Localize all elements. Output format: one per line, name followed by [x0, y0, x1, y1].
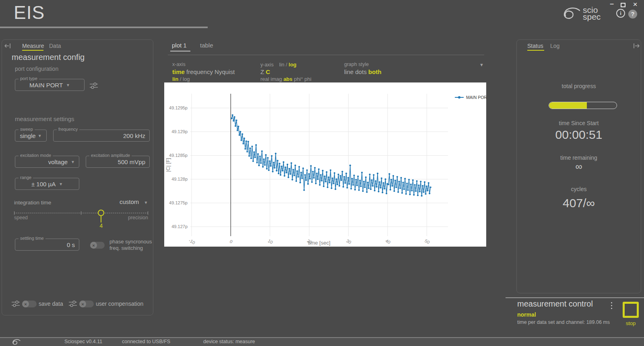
integration-mode-select[interactable]: custom ▼ — [120, 198, 148, 205]
range-select[interactable]: range ± 100 µA ▼ — [15, 178, 79, 190]
close-button[interactable]: × — [629, 0, 641, 10]
collapse-right-icon[interactable] — [633, 43, 640, 49]
excitation-amplitude-input[interactable]: excitation amplitude 500 mVpp — [86, 156, 150, 168]
panel-heading: measurement config — [12, 53, 85, 62]
y-scale-log[interactable]: log — [289, 62, 297, 68]
x-option-time[interactable]: time — [172, 68, 185, 75]
y-comp-phideg[interactable]: phi° — [294, 76, 303, 82]
x-axis-options[interactable]: time frequency Nyquist — [172, 68, 235, 75]
tab-data[interactable]: Data — [49, 43, 61, 49]
stop-button-label: stop — [623, 320, 639, 326]
svg-text:time [sec]: time [sec] — [308, 240, 330, 246]
user-compensation-settings-icon[interactable] — [68, 300, 77, 308]
tab-table[interactable]: table — [200, 42, 213, 49]
frequency-input[interactable]: frequency 200 kHz — [53, 130, 150, 142]
y-axis-label: y-axis — [260, 62, 274, 68]
svg-text:MAIN PORT: MAIN PORT — [466, 95, 486, 100]
cycles-label: cycles — [516, 186, 641, 192]
slider-precision-label: precision — [128, 215, 148, 220]
x-axis-scale[interactable]: lin / log — [172, 76, 190, 82]
save-data-toggle[interactable]: × — [22, 301, 37, 307]
chart[interactable]: 49.1295p49.129p49.1285p49.128p49.1275p49… — [164, 82, 486, 247]
chevron-down-icon: ▼ — [59, 182, 63, 186]
phase-sync-toggle[interactable]: × — [90, 242, 105, 249]
x-scale-lin[interactable]: lin — [172, 76, 178, 82]
maximize-button[interactable] — [621, 3, 625, 7]
y-comp-abs[interactable]: abs — [283, 76, 292, 82]
range-label: range — [19, 175, 33, 180]
y-scale-lin[interactable]: lin — [279, 62, 285, 68]
sweep-value: single — [20, 132, 35, 139]
excitation-amplitude-value: 500 mVpp — [86, 156, 149, 167]
time-remaining-value: ∞ — [516, 161, 641, 172]
port-settings-icon[interactable] — [89, 82, 98, 90]
x-scale-log[interactable]: log — [183, 76, 190, 82]
integration-time-label: integration time — [14, 200, 51, 206]
phase-sync-label: phase syncronous freq. switching — [109, 239, 152, 251]
collapse-left-icon[interactable] — [4, 43, 11, 49]
port-type-label: port type — [19, 76, 39, 81]
y-quantity-c[interactable]: C — [266, 68, 270, 75]
stop-button[interactable] — [623, 302, 639, 318]
svg-text:|C| [F]: |C| [F] — [165, 158, 171, 172]
app-title: EIS — [14, 2, 45, 23]
y-axis-quantities[interactable]: Z C — [260, 68, 270, 75]
x-option-nyquist[interactable]: Nyquist — [215, 68, 235, 75]
info-icon[interactable]: i — [616, 9, 625, 18]
kebab-menu-icon[interactable] — [611, 301, 612, 310]
tab-plot1-underline — [170, 51, 190, 51]
y-comp-imag[interactable]: imag — [270, 76, 282, 82]
y-comp-real[interactable]: real — [260, 76, 269, 82]
style-both[interactable]: both — [368, 68, 381, 75]
excitation-mode-label: excitation mode — [19, 153, 53, 158]
excitation-mode-select[interactable]: excitation mode voltage ▼ — [15, 156, 79, 168]
help-icon[interactable]: ? — [628, 10, 637, 19]
tab-measure-underline — [22, 50, 43, 51]
total-progress-bar — [549, 102, 617, 109]
sweep-select[interactable]: sweep single ▼ — [15, 130, 47, 142]
save-data-settings-icon[interactable] — [11, 300, 20, 308]
statusbar-version: Sciospec v0.4.11 — [64, 339, 102, 344]
minimize-button[interactable]: − — [606, 0, 618, 10]
user-compensation-toggle[interactable]: × — [79, 301, 94, 307]
tab-log[interactable]: Log — [550, 43, 559, 49]
control-divider — [506, 297, 644, 298]
port-type-select[interactable]: port type MAIN PORT ▼ — [15, 79, 85, 91]
x-option-frequency[interactable]: frequency — [186, 68, 213, 75]
y-axis-components[interactable]: real imag abs phi° phi — [260, 76, 312, 82]
integration-slider[interactable]: 4 speed precision — [14, 207, 148, 231]
graph-style-label: graph style — [344, 62, 369, 67]
svg-text:49.1295p: 49.1295p — [169, 105, 188, 110]
chevron-down-icon: ▼ — [38, 134, 42, 138]
slider-speed-label: speed — [14, 215, 28, 220]
settling-time-label: settling time — [19, 236, 45, 241]
plot-header-divider — [168, 55, 484, 55]
style-dots[interactable]: dots — [355, 68, 367, 75]
statusbar-device-status: device status: measure — [203, 339, 255, 344]
frequency-value: 200 kHz — [54, 130, 149, 141]
tab-measure[interactable]: Measure — [22, 43, 44, 49]
y-comp-phi[interactable]: phi — [304, 76, 311, 82]
svg-text:49.128p: 49.128p — [171, 177, 188, 181]
svg-text:49.1275p: 49.1275p — [169, 200, 188, 205]
toggle-off-icon: × — [90, 242, 97, 249]
port-type-value: MAIN PORT — [29, 82, 63, 89]
y-quantity-z[interactable]: Z — [260, 68, 264, 75]
measurement-control-title: measurement control — [517, 299, 593, 309]
plot-options-chevron-icon[interactable]: ▼ — [479, 62, 484, 67]
port-section-title: port configuration — [15, 66, 58, 72]
progress-fill — [549, 102, 587, 109]
settling-time-value: 0 s — [15, 239, 79, 250]
brand-logo: scio spec — [561, 6, 601, 21]
slider-handle[interactable] — [98, 210, 104, 216]
tab-plot1[interactable]: plot 1 — [172, 42, 187, 49]
chevron-down-icon: ▼ — [66, 83, 70, 87]
style-line[interactable]: line — [344, 68, 353, 75]
tab-status[interactable]: Status — [527, 43, 543, 49]
chart-svg[interactable]: 49.1295p49.129p49.1285p49.128p49.1275p49… — [164, 82, 486, 247]
settings-section-title: measurement settings — [15, 115, 74, 122]
settling-time-input[interactable]: settling time 0 s — [15, 239, 79, 251]
measurement-detail: time per data set and channel: 189.06 ms — [517, 319, 610, 325]
y-axis-header[interactable]: y-axis lin / log — [260, 62, 297, 68]
graph-style-options[interactable]: line dots both — [344, 68, 382, 75]
